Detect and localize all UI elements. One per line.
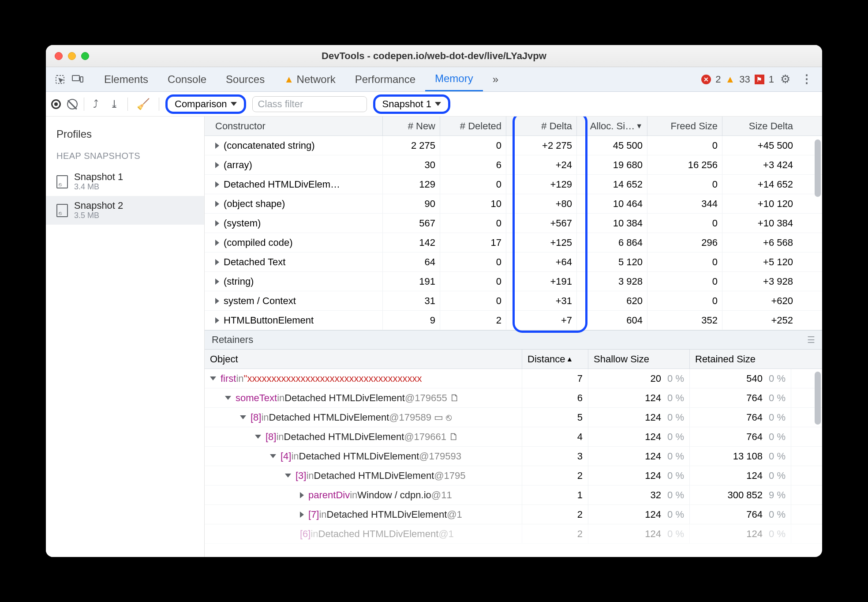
device-icon[interactable] xyxy=(69,75,86,84)
expand-icon[interactable] xyxy=(215,181,219,188)
col-delta[interactable]: # Delta xyxy=(506,117,577,135)
tab-more[interactable]: » xyxy=(483,67,508,91)
chevron-down-icon xyxy=(231,102,237,106)
gc-icon[interactable]: 🧹 xyxy=(134,98,153,110)
chevron-down-icon xyxy=(435,102,441,106)
col-deleted[interactable]: # Deleted xyxy=(440,117,506,135)
record-icon[interactable] xyxy=(51,99,61,109)
tab-sources[interactable]: Sources xyxy=(216,67,274,91)
expand-icon[interactable] xyxy=(210,376,216,380)
retainer-row[interactable]: [3] in Detached HTMLDivElement @17952124… xyxy=(205,466,822,485)
sidebar-section: HEAP SNAPSHOTS xyxy=(46,148,204,167)
issue-icon: ⚑ xyxy=(755,75,764,84)
sort-desc-icon: ▼ xyxy=(636,122,643,130)
table-row[interactable]: Detached Text640+645 1200+5 120 xyxy=(205,252,822,272)
expand-icon[interactable] xyxy=(215,278,219,285)
col-retained[interactable]: Retained Size xyxy=(690,350,791,369)
sidebar-header: Profiles xyxy=(46,124,204,148)
class-filter-input[interactable] xyxy=(252,96,367,112)
expand-icon[interactable] xyxy=(300,512,304,518)
svg-rect-2 xyxy=(80,77,83,82)
table-row[interactable]: (system)5670+56710 3840+10 384 xyxy=(205,214,822,233)
expand-icon[interactable] xyxy=(215,259,219,265)
table-row[interactable]: system / Context310+316200+620 xyxy=(205,291,822,311)
expand-icon[interactable] xyxy=(215,143,219,149)
table-row[interactable]: Detached HTMLDivElem…1290+12914 6520+14 … xyxy=(205,175,822,194)
expand-icon[interactable] xyxy=(300,492,304,498)
tab-network[interactable]: ▲ Network xyxy=(274,67,345,91)
menu-icon[interactable]: ☰ xyxy=(807,335,815,345)
expand-icon[interactable] xyxy=(215,298,219,304)
zoom-icon[interactable] xyxy=(81,52,89,60)
scrollbar-thumb[interactable] xyxy=(815,139,821,197)
snapshot-item-2[interactable]: Snapshot 23.5 MB xyxy=(46,196,204,225)
retainer-row[interactable]: [4] in Detached HTMLDivElement @17959331… xyxy=(205,447,822,466)
expand-icon[interactable] xyxy=(215,240,219,246)
kebab-icon[interactable]: ⋮ xyxy=(797,72,817,86)
download-icon[interactable]: ⤓ xyxy=(107,98,121,110)
warning-icon: ▲ xyxy=(725,74,735,85)
tab-console[interactable]: Console xyxy=(158,67,216,91)
table-row[interactable]: (concatenated string)2 2750+2 27545 5000… xyxy=(205,136,822,155)
memory-main: Constructor # New # Deleted # Delta Allo… xyxy=(205,117,822,557)
expand-icon[interactable] xyxy=(270,454,276,458)
expand-icon[interactable] xyxy=(215,201,219,207)
snapshot-item-1[interactable]: Snapshot 13.4 MB xyxy=(46,167,204,196)
retainers-header: Retainers ☰ xyxy=(205,330,822,350)
error-icon: ✕ xyxy=(701,75,711,84)
scrollbar-thumb[interactable] xyxy=(815,372,821,425)
traffic-lights xyxy=(46,52,89,60)
memory-toolbar: ⤴ ⤓ 🧹 Comparison Snapshot 1 xyxy=(46,92,822,117)
close-icon[interactable] xyxy=(55,52,63,60)
status-counters[interactable]: ✕2 ▲33 ⚑1 xyxy=(701,74,774,85)
snapshot-icon xyxy=(56,175,68,188)
col-constructor[interactable]: Constructor xyxy=(211,117,383,135)
col-object[interactable]: Object xyxy=(205,350,522,369)
inspect-icon[interactable] xyxy=(51,74,69,85)
tab-memory[interactable]: Memory xyxy=(425,67,483,91)
clear-icon[interactable] xyxy=(67,99,78,109)
expand-icon[interactable] xyxy=(215,162,219,168)
profiles-sidebar: Profiles HEAP SNAPSHOTS Snapshot 13.4 MB… xyxy=(46,117,205,557)
minimize-icon[interactable] xyxy=(68,52,76,60)
col-freed[interactable]: Freed Size xyxy=(647,117,722,135)
retainer-row[interactable]: [7] in Detached HTMLDivElement @121240 %… xyxy=(205,505,822,524)
retainer-row[interactable]: [8] in Detached HTMLDivElement @179661🗋4… xyxy=(205,427,822,447)
col-new[interactable]: # New xyxy=(383,117,440,135)
expand-icon[interactable] xyxy=(240,415,246,419)
retainer-row[interactable]: first in "xxxxxxxxxxxxxxxxxxxxxxxxxxxxxx… xyxy=(205,369,822,388)
expand-icon[interactable] xyxy=(285,474,291,478)
svg-rect-1 xyxy=(72,75,79,81)
titlebar: DevTools - codepen.io/web-dot-dev/live/L… xyxy=(46,45,822,67)
expand-icon[interactable] xyxy=(215,220,219,226)
window-title: DevTools - codepen.io/web-dot-dev/live/L… xyxy=(46,50,822,62)
expand-icon[interactable] xyxy=(215,317,219,324)
base-snapshot-select[interactable]: Snapshot 1 xyxy=(373,94,450,114)
gear-icon[interactable]: ⚙ xyxy=(774,72,797,86)
upload-icon[interactable]: ⤴ xyxy=(90,98,101,110)
table-row[interactable]: (compiled code)14217+1256 864296+6 568 xyxy=(205,233,822,252)
retainer-row[interactable]: [8] in Detached HTMLDivElement @179589▭ … xyxy=(205,408,822,427)
snapshot-icon xyxy=(56,204,68,217)
retainer-row[interactable]: someText in Detached HTMLDivElement @179… xyxy=(205,388,822,408)
devtools-panels: Elements Console Sources ▲ Network Perfo… xyxy=(46,67,822,92)
retainer-row[interactable]: parentDiv in Window / cdpn.io @111320 %3… xyxy=(205,485,822,505)
sort-asc-icon: ▲ xyxy=(566,355,573,363)
tab-elements[interactable]: Elements xyxy=(94,67,158,91)
col-shallow[interactable]: Shallow Size xyxy=(588,350,690,369)
col-distance[interactable]: Distance▲ xyxy=(522,350,588,369)
expand-icon[interactable] xyxy=(255,435,261,439)
table-row[interactable]: (object shape)9010+8010 464344+10 120 xyxy=(205,194,822,214)
col-sizedelta[interactable]: Size Delta xyxy=(722,117,797,135)
tab-performance[interactable]: Performance xyxy=(345,67,425,91)
table-row[interactable]: (string)1910+1913 9280+3 928 xyxy=(205,272,822,291)
col-alloc[interactable]: Alloc. Si…▼ xyxy=(577,117,647,135)
view-select[interactable]: Comparison xyxy=(165,94,246,114)
retainer-row[interactable]: [6] in Detached HTMLDivElement @121240 %… xyxy=(205,524,822,544)
retainers-column-row: Object Distance▲ Shallow Size Retained S… xyxy=(205,350,822,369)
table-row[interactable]: (array)306+2419 68016 256+3 424 xyxy=(205,155,822,175)
devtools-window: DevTools - codepen.io/web-dot-dev/live/L… xyxy=(46,45,822,557)
expand-icon[interactable] xyxy=(225,396,231,400)
table-row[interactable]: HTMLButtonElement92+7604352+252 xyxy=(205,311,822,330)
warning-icon: ▲ xyxy=(284,74,294,85)
